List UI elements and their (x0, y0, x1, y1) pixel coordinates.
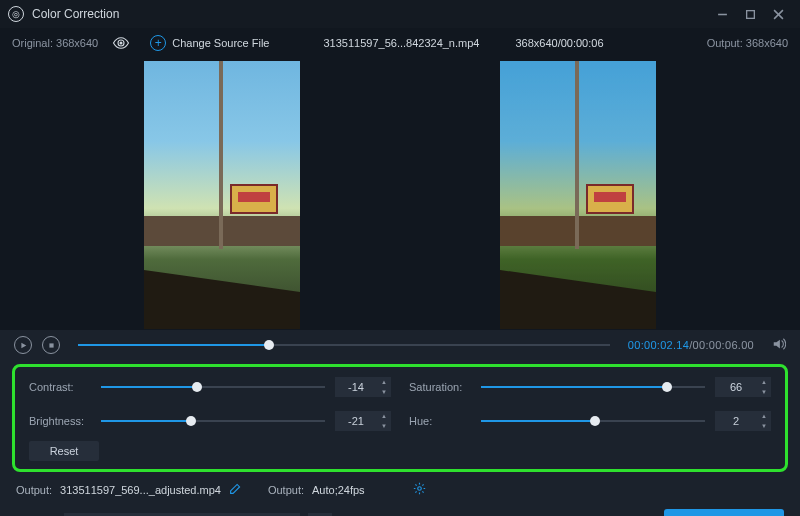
plus-circle-icon: + (150, 35, 166, 51)
saturation-step-down[interactable]: ▼ (757, 387, 771, 397)
brightness-step-down[interactable]: ▼ (377, 421, 391, 431)
output-dimensions: Output: 368x640 (707, 37, 788, 49)
output-format-value[interactable]: Auto;24fps (312, 484, 365, 496)
saturation-control: Saturation: 66 ▲▼ (409, 377, 771, 397)
change-source-button[interactable]: + Change Source File (150, 35, 269, 51)
timecode: 00:00:02.14/00:00:06.00 (628, 339, 754, 351)
hue-slider[interactable] (481, 420, 705, 422)
contrast-label: Contrast: (29, 381, 91, 393)
svg-point-7 (417, 487, 421, 491)
output-format-label: Output: (268, 484, 304, 496)
minimize-button[interactable] (708, 0, 736, 28)
color-controls-panel: Contrast: -14 ▲▼ Saturation: 66 ▲▼ Bri (12, 364, 788, 472)
change-source-label: Change Source File (172, 37, 269, 49)
svg-marker-5 (21, 342, 26, 348)
output-settings-icon[interactable] (413, 482, 426, 497)
saturation-input[interactable]: 66 ▲▼ (715, 377, 771, 397)
contrast-step-up[interactable]: ▲ (377, 377, 391, 387)
svg-point-4 (120, 42, 123, 45)
hue-label: Hue: (409, 415, 471, 427)
svg-rect-6 (49, 343, 53, 347)
maximize-button[interactable] (736, 0, 764, 28)
saturation-step-up[interactable]: ▲ (757, 377, 771, 387)
hue-step-down[interactable]: ▼ (757, 421, 771, 431)
timeline-fill (78, 344, 269, 346)
original-dimensions: Original: 368x640 (12, 37, 98, 49)
svg-rect-1 (746, 10, 754, 18)
contrast-input[interactable]: -14 ▲▼ (335, 377, 391, 397)
preview-toggle-icon[interactable] (112, 37, 130, 49)
play-button[interactable] (14, 336, 32, 354)
brightness-step-up[interactable]: ▲ (377, 411, 391, 421)
output-file-label: Output: (16, 484, 52, 496)
brightness-control: Brightness: -21 ▲▼ (29, 411, 391, 431)
output-preview (500, 61, 656, 329)
source-filename[interactable]: 313511597_56...842324_n.mp4 (323, 37, 479, 49)
original-preview (144, 61, 300, 329)
time-total: 00:00:06.00 (693, 339, 754, 351)
brightness-input[interactable]: -21 ▲▼ (335, 411, 391, 431)
brightness-slider[interactable] (101, 420, 325, 422)
hue-input[interactable]: 2 ▲▼ (715, 411, 771, 431)
brightness-label: Brightness: (29, 415, 91, 427)
reset-button[interactable]: Reset (29, 441, 99, 461)
contrast-slider[interactable] (101, 386, 325, 388)
volume-icon[interactable] (772, 337, 786, 354)
app-logo-icon: ◎ (8, 6, 24, 22)
time-current: 00:00:02.14 (628, 339, 689, 351)
timeline-slider[interactable] (78, 344, 610, 346)
stop-button[interactable] (42, 336, 60, 354)
saturation-label: Saturation: (409, 381, 471, 393)
source-meta: 368x640/00:00:06 (515, 37, 603, 49)
hue-step-up[interactable]: ▲ (757, 411, 771, 421)
edit-filename-icon[interactable] (229, 482, 242, 497)
close-button[interactable] (764, 0, 792, 28)
contrast-control: Contrast: -14 ▲▼ (29, 377, 391, 397)
output-filename[interactable]: 313511597_569..._adjusted.mp4 (60, 484, 221, 496)
hue-control: Hue: 2 ▲▼ (409, 411, 771, 431)
timeline-thumb[interactable] (264, 340, 274, 350)
saturation-slider[interactable] (481, 386, 705, 388)
contrast-step-down[interactable]: ▼ (377, 387, 391, 397)
window-title: Color Correction (32, 7, 708, 21)
export-button[interactable]: Export (664, 509, 784, 516)
